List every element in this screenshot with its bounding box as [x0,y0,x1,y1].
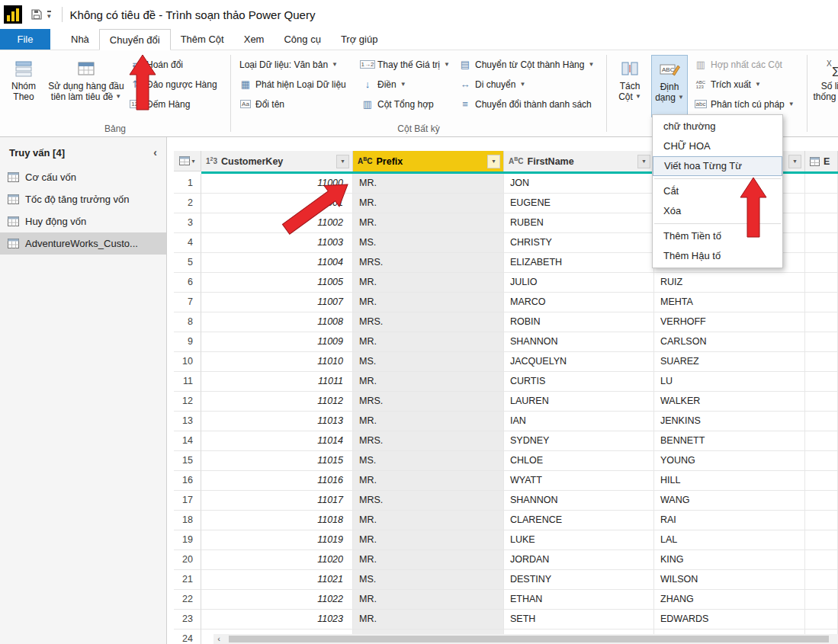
cell-prefix[interactable]: MRS. [353,431,504,451]
pivot-column-button[interactable]: ▥ Cột Tổng hợp [359,96,452,112]
cell-customerkey[interactable]: 11010 [201,352,353,372]
column-header-customerkey[interactable]: 123 CustomerKey ▼ [201,151,353,171]
format-menu-item-uppercase[interactable]: CHỮ HOA [653,136,782,156]
tab-file[interactable]: File [0,29,50,50]
cell-customerkey[interactable]: 11017 [201,491,353,511]
cell-firstname[interactable]: EUGENE [504,194,654,213]
row-number[interactable]: 4 [174,233,201,253]
cell-firstname[interactable]: SETH [504,610,654,630]
cell-extra[interactable] [805,412,838,431]
cell-customerkey[interactable]: 11008 [201,312,353,332]
cell-prefix[interactable]: MR. [353,213,504,233]
unpivot-columns-button[interactable]: ▤ Chuyển từ Cột thành Hàng▼ [457,56,596,72]
cell-customerkey[interactable]: 11000 [201,174,353,194]
row-number[interactable]: 6 [174,273,201,293]
cell-customerkey[interactable]: 11014 [201,431,353,451]
cell-firstname[interactable]: RUBEN [504,213,654,233]
format-menu-item-lowercase[interactable]: chữ thường [653,117,782,136]
save-button[interactable] [29,6,44,23]
cell-firstname[interactable]: IAN [504,412,654,431]
cell-extra[interactable] [805,273,838,293]
row-number[interactable]: 24 [174,630,201,644]
cell-lastname[interactable]: RUIZ [654,273,805,293]
fill-button[interactable]: ↓ Điền▼ [359,76,452,92]
cell-firstname[interactable]: CHLOE [504,451,654,471]
format-menu-item-add-prefix[interactable]: Thêm Tiền tố [653,226,782,246]
tab-them-cot[interactable]: Thêm Cột [171,29,234,50]
merge-columns-button[interactable]: ▥ Hợp nhất các Cột [692,56,797,72]
cell-firstname[interactable]: MARCO [504,293,654,312]
cell-prefix[interactable]: MRS. [353,312,504,332]
cell-extra[interactable] [805,213,838,233]
cell-prefix[interactable]: MR. [353,372,504,392]
cell-lastname[interactable]: MEHTA [654,293,805,312]
cell-prefix[interactable]: MR. [353,610,504,630]
cell-extra[interactable] [805,590,838,610]
move-button[interactable]: ↔ Di chuyển▼ [457,76,596,92]
tab-cong-cu[interactable]: Công cụ [274,29,330,50]
row-number[interactable]: 22 [174,590,201,610]
query-item-2[interactable]: Tốc độ tăng trưởng vốn [0,188,166,210]
cell-lastname[interactable]: SUAREZ [654,352,805,372]
cell-firstname[interactable]: CLARENCE [504,511,654,530]
cell-extra[interactable] [805,431,838,451]
horizontal-scrollbar[interactable]: ‹ [214,634,838,644]
cell-lastname[interactable]: VERHOFF [654,312,805,332]
cell-firstname[interactable]: ELIZABETH [504,253,654,273]
cell-prefix[interactable]: MR. [353,174,504,194]
row-number[interactable]: 3 [174,213,201,233]
query-item-4[interactable]: AdventureWorks_Custo... [0,232,166,255]
filter-button[interactable]: ▼ [788,155,801,168]
row-number[interactable]: 5 [174,253,201,273]
row-number[interactable]: 20 [174,550,201,570]
cell-extra[interactable] [805,372,838,392]
tab-xem[interactable]: Xem [234,29,275,50]
cell-prefix[interactable]: MR. [353,332,504,352]
cell-firstname[interactable]: SYDNEY [504,431,654,451]
scrollbar-track[interactable] [224,634,838,644]
row-number[interactable]: 12 [174,392,201,412]
use-first-row-as-headers-button[interactable]: Sử dụng hàng đầu tiên làm tiêu đề▼ [46,55,127,117]
row-number[interactable]: 11 [174,372,201,392]
row-number[interactable]: 14 [174,431,201,451]
cell-customerkey[interactable]: 11011 [201,372,353,392]
cell-prefix[interactable]: MR. [353,530,504,550]
column-header-clipped[interactable]: E [805,151,838,171]
replace-values-button[interactable]: 1→2 Thay thế Giá trị▼ [359,56,452,72]
cell-customerkey[interactable]: 11012 [201,392,353,412]
column-header-firstname[interactable]: ABC FirstName ▼ [504,151,654,171]
cell-extra[interactable] [805,233,838,253]
tab-nha[interactable]: Nhà [61,29,99,50]
filter-button[interactable]: ▼ [487,155,500,168]
filter-button[interactable]: ▼ [637,155,650,168]
cell-customerkey[interactable]: 11022 [201,590,353,610]
cell-prefix[interactable]: MR. [353,590,504,610]
cell-extra[interactable] [805,491,838,511]
cell-lastname[interactable]: WALKER [654,392,805,412]
statistics-button[interactable]: XΣ Số liệu thống kê▼ [811,55,838,117]
cell-lastname[interactable]: HILL [654,471,805,491]
cell-prefix[interactable]: MR. [353,511,504,530]
cell-prefix[interactable]: MR. [353,471,504,491]
scrollbar-thumb[interactable] [229,636,829,642]
cell-lastname[interactable]: LAL [654,530,805,550]
collapse-pane-button[interactable]: ‹ [150,146,160,159]
row-number[interactable]: 10 [174,352,201,372]
reverse-rows-button[interactable]: ⇅ Đảo ngược Hàng [128,76,220,92]
cell-customerkey[interactable]: 11003 [201,233,353,253]
cell-prefix[interactable]: MRS. [353,392,504,412]
cell-prefix[interactable]: MRS. [353,253,504,273]
row-number[interactable]: 16 [174,471,201,491]
cell-extra[interactable] [805,392,838,412]
cell-firstname[interactable]: ROBIN [504,312,654,332]
cell-customerkey[interactable]: 11020 [201,550,353,570]
convert-to-list-button[interactable]: ≡ Chuyển đổi thành danh sách [457,96,596,112]
cell-extra[interactable] [805,332,838,352]
quick-access-toolbar-caret[interactable]: ▾ [47,11,51,19]
row-number[interactable]: 9 [174,332,201,352]
cell-firstname[interactable]: JON [504,174,654,194]
cell-extra[interactable] [805,194,838,213]
cell-lastname[interactable]: CARLSON [654,332,805,352]
row-number[interactable]: 19 [174,530,201,550]
cell-customerkey[interactable]: 11001 [201,194,353,213]
